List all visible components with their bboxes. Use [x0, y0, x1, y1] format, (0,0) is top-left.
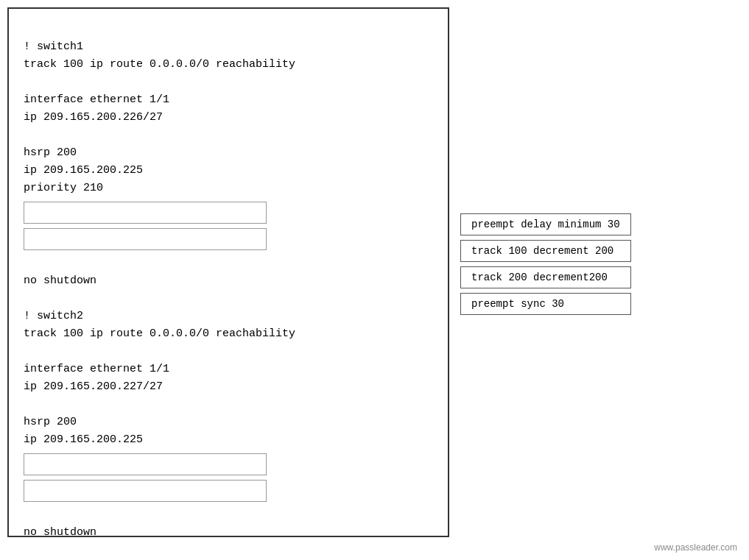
watermark-text: www.passleader.com [654, 542, 737, 553]
line-ip3: ip 209.165.200.227/27 [24, 380, 163, 393]
input-field-1[interactable] [24, 202, 267, 224]
option-4[interactable]: preempt sync 30 [460, 293, 631, 315]
line-track1: track 100 ip route 0.0.0.0/0 reachabilit… [24, 58, 295, 71]
line-hsrp2: hsrp 200 [24, 416, 77, 428]
option-3[interactable]: track 200 decrement200 [460, 266, 631, 288]
option-1[interactable]: preempt delay minimum 30 [460, 213, 631, 235]
line-switch2: ! switch2 [24, 310, 83, 322]
option-2[interactable]: track 100 decrement 200 [460, 240, 631, 262]
input-field-2[interactable] [24, 228, 267, 250]
line-hsrp1: hsrp 200 [24, 146, 77, 159]
line-switch1: ! switch1 [24, 40, 83, 53]
code-text-2: no shutdown ! switch2 track 100 ip route… [24, 255, 433, 449]
code-text-3: no shutdown [24, 506, 433, 542]
line-interface1: interface ethernet 1/1 [24, 93, 169, 106]
line-ip1: ip 209.165.200.226/27 [24, 111, 163, 124]
line-interface2: interface ethernet 1/1 [24, 363, 169, 375]
input-field-3[interactable] [24, 453, 267, 475]
line-ip4: ip 209.165.200.225 [24, 433, 143, 446]
options-panel: preempt delay minimum 30 track 100 decre… [460, 213, 631, 315]
line-ip2: ip 209.165.200.225 [24, 164, 143, 177]
main-content-box: ! switch1 track 100 ip route 0.0.0.0/0 r… [7, 7, 449, 537]
input-field-4[interactable] [24, 480, 267, 502]
line-track2: track 100 ip route 0.0.0.0/0 reachabilit… [24, 327, 295, 340]
line-noshutdown2: no shutdown [24, 526, 96, 539]
line-priority: priority 210 [24, 182, 103, 194]
code-text: ! switch1 track 100 ip route 0.0.0.0/0 r… [24, 21, 433, 197]
line-noshutdown1: no shutdown [24, 274, 96, 287]
